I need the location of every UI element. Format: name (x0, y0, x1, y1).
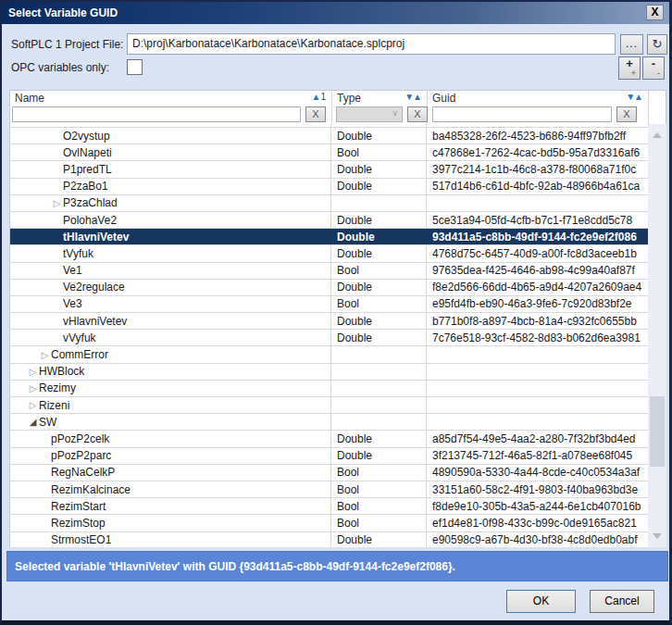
table-row[interactable]: ▷ Rizeni (10, 397, 648, 414)
column-header-guid[interactable]: Guid ▼▲ (427, 91, 648, 106)
table-row[interactable]: tVyfuk Double 4768d75c-6457-40d9-a00f-fc… (10, 245, 648, 262)
refresh-button[interactable]: ↻ (647, 34, 667, 55)
table-row[interactable]: ▷ P3zaChlad (10, 195, 648, 212)
clear-icon: X (623, 108, 629, 119)
table-row[interactable]: vVyfuk Double 7c76e518-93cf-4582-8d83-b0… (10, 330, 648, 346)
row-guid: e95fd4fb-eb90-46a3-9fe6-7c920d83bf2e (432, 297, 632, 310)
table-row[interactable]: tHlavniVetev Double 93d411a5-c8bb-49df-9… (10, 229, 648, 245)
row-guid: 3f213745-712f-46a5-82f1-a078ee68f045 (432, 449, 632, 462)
row-name: RezimKalcinace (51, 483, 131, 496)
expander-icon[interactable]: ▷ (51, 198, 63, 208)
type-filter-clear-button[interactable]: X (407, 106, 428, 122)
table-row[interactable]: RezimKalcinace Bool 33151a60-58c2-4f91-9… (10, 481, 648, 498)
row-name: Ve1 (63, 264, 82, 277)
row-type: Bool (337, 146, 359, 159)
expand-all-button[interactable]: + + (618, 56, 641, 80)
table-row[interactable]: ▷ HWBlock (10, 364, 648, 381)
row-guid: 4768d75c-6457-40d9-a00f-fc8d3aceeb1b (432, 247, 637, 260)
row-name: RegNaCelkP (51, 466, 115, 479)
status-text: Selected variable 'tHlavniVetev' with GU… (7, 560, 455, 573)
scroll-down-icon[interactable] (653, 533, 662, 539)
row-name: StrmostEO1 (51, 533, 111, 546)
browse-button[interactable]: ... (620, 34, 643, 55)
row-name: HWBlock (39, 365, 84, 378)
row-type: Double (337, 163, 372, 176)
name-filter-input[interactable] (12, 106, 301, 122)
grid-header: Name ▲1 Type ▼▲ Guid ▼▲ (10, 91, 648, 106)
row-name: OvlNapeti (63, 146, 112, 159)
expander-icon[interactable]: ▷ (27, 383, 39, 394)
column-header-name[interactable]: Name ▲1 (10, 91, 331, 106)
grid-filter-row: X ∨ X X (10, 106, 648, 124)
row-name: RezimStart (51, 500, 106, 513)
table-row[interactable]: O2vystup Double ba485328-26f2-4523-b686-… (10, 128, 648, 144)
opc-only-label: OPC variables only: (11, 61, 109, 74)
project-file-input[interactable]: D:\proj\Karbonatace\Karbonatace\Karbonat… (127, 33, 616, 55)
row-guid: f8de9e10-305b-43a5-a244-6e1cb407016b (432, 500, 641, 513)
row-type: Double (337, 247, 372, 260)
select-variable-guid-dialog: Select Variable GUID X SoftPLC 1 Project… (0, 0, 672, 625)
row-guid: f8e2d566-66dd-4b65-a9d4-4207a2609ae4 (432, 281, 641, 294)
table-row[interactable]: RezimStop Bool ef1d4e81-0f98-433c-b99c-0… (10, 515, 648, 531)
row-type: Double (337, 180, 372, 193)
project-file-label: SoftPLC 1 Project File: (11, 38, 123, 51)
expander-icon[interactable]: ◢ (27, 417, 39, 427)
vertical-scrollbar[interactable] (648, 124, 666, 547)
table-row[interactable]: pPozP2celk Double a85d7f54-49e5-4aa2-a28… (10, 431, 648, 447)
table-row[interactable]: PolohaVe2 Double 5ce31a94-05fd-4cfb-b7c1… (10, 212, 648, 229)
row-guid: 517d14b6-c61d-4bfc-92ab-48966b4a61ca (432, 180, 640, 193)
guid-filter-input[interactable] (432, 106, 612, 122)
collapse-all-sub-icon: - (657, 69, 660, 78)
table-row[interactable]: Ve2regulace Double f8e2d566-66dd-4b65-a9… (10, 280, 648, 296)
column-label: Guid (432, 92, 455, 105)
row-guid: c47868e1-7262-4cac-bd5b-95a7d3316af6 (432, 146, 640, 159)
row-type: Bool (337, 297, 359, 310)
type-filter-dropdown[interactable]: ∨ (336, 106, 403, 122)
table-row[interactable]: OvlNapeti Bool c47868e1-7262-4cac-bd5b-9… (10, 144, 648, 161)
row-name: vHlavniVetev (63, 315, 127, 328)
table-row[interactable]: ▷ CommError (10, 346, 648, 363)
collapse-all-button[interactable]: - - (642, 56, 665, 80)
scrollbar-thumb[interactable] (650, 396, 665, 467)
row-name: SW (39, 416, 56, 429)
table-row[interactable]: P2zaBo1 Double 517d14b6-c61d-4bfc-92ab-4… (10, 179, 648, 195)
expander-icon[interactable]: ▷ (39, 350, 51, 360)
table-row[interactable]: StrmostEO1 Double e90598c9-a67b-4d30-bf3… (10, 532, 648, 548)
table-row[interactable]: pPozP2parc Double 3f213745-712f-46a5-82f… (10, 448, 648, 465)
cancel-button[interactable]: Cancel (590, 590, 654, 613)
row-name: Rezimy (39, 381, 76, 394)
refresh-icon: ↻ (653, 37, 663, 51)
expander-icon[interactable]: ▷ (27, 400, 39, 410)
table-row[interactable]: ◢ SW (10, 414, 648, 431)
row-type: Bool (337, 466, 359, 479)
column-header-type[interactable]: Type ▼▲ (331, 91, 427, 106)
table-row[interactable]: vHlavniVetev Double b771b0f8-a897-4bcb-8… (10, 313, 648, 330)
opc-only-checkbox[interactable] (127, 59, 143, 75)
row-guid: 5ce31a94-05fd-4cfb-b7c1-f71e8cdd5c78 (432, 214, 632, 227)
ellipsis-icon: ... (626, 37, 638, 50)
clear-icon: X (312, 108, 318, 119)
ok-button[interactable]: OK (506, 590, 576, 613)
table-row[interactable]: Ve1 Bool 97635dea-f425-4646-ab98-4c99a40… (10, 263, 648, 280)
row-name: RezimStop (51, 517, 106, 530)
row-name: Ve3 (63, 297, 82, 310)
grid-rows: O2vystup Double ba485328-26f2-4523-b686-… (10, 124, 648, 547)
row-name: pPozP2parc (51, 449, 111, 462)
table-row[interactable]: RegNaCelkP Bool 4890590a-5330-4a44-8cde-… (10, 465, 648, 481)
guid-filter-clear-button[interactable]: X (616, 106, 637, 122)
table-row[interactable]: Ve3 Bool e95fd4fb-eb90-46a3-9fe6-7c920d8… (10, 296, 648, 313)
clear-icon: X (414, 108, 420, 119)
table-row[interactable]: P1predTL Double 3977c214-1c1b-46c8-a378-… (10, 161, 648, 178)
scroll-up-icon[interactable] (653, 132, 662, 138)
row-type: Double (337, 281, 372, 294)
close-button[interactable]: X (646, 5, 664, 20)
table-row[interactable]: ▷ Rezimy (10, 381, 648, 397)
table-row[interactable]: RezimStart Bool f8de9e10-305b-43a5-a244-… (10, 498, 648, 515)
expander-icon[interactable]: ▷ (27, 367, 39, 377)
sort-asc-icon: ▲ (634, 92, 642, 102)
variable-grid: Name ▲1 Type ▼▲ Guid ▼▲ X ∨ X X (9, 90, 666, 547)
row-type: Double (337, 331, 372, 344)
name-filter-clear-button[interactable]: X (305, 106, 326, 122)
row-name: Ve2regulace (63, 281, 125, 294)
title-bar[interactable]: Select Variable GUID X (2, 2, 669, 24)
